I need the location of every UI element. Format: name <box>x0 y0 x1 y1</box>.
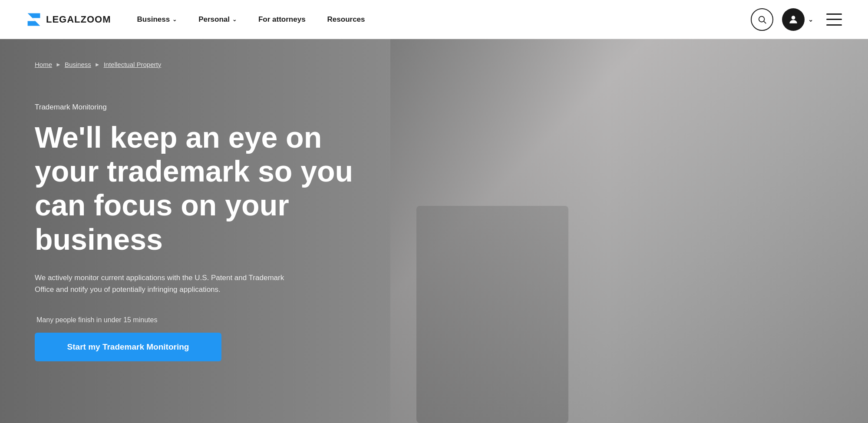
svg-line-2 <box>764 21 766 23</box>
breadcrumb-separator-1: ► <box>56 61 61 68</box>
nav-business[interactable]: Business ⌄ <box>137 15 177 24</box>
hamburger-menu-button[interactable] <box>826 13 842 26</box>
nav-attorneys[interactable]: For attorneys <box>258 15 306 24</box>
user-account-button[interactable]: ⌄ <box>782 8 813 31</box>
user-avatar <box>782 8 805 31</box>
breadcrumb-intellectual-property[interactable]: Intellectual Property <box>104 61 162 68</box>
hero-title: We'll keep an eye on your trademark so y… <box>35 120 356 256</box>
nav-personal-label: Personal <box>198 15 230 24</box>
finish-time-label: Many people finish in under 15 minutes <box>36 316 356 324</box>
nav-business-label: Business <box>137 15 170 24</box>
search-icon <box>757 15 767 24</box>
user-icon <box>788 14 799 25</box>
nav-attorneys-label: For attorneys <box>258 15 306 24</box>
nav-business-chevron-icon: ⌄ <box>172 17 177 23</box>
menu-line-2 <box>826 19 842 20</box>
breadcrumb-home[interactable]: Home <box>35 61 52 68</box>
breadcrumb-separator-2: ► <box>95 61 100 68</box>
svg-marker-0 <box>28 13 40 26</box>
start-trademark-monitoring-button[interactable]: Start my Trademark Monitoring <box>35 333 221 361</box>
nav-resources-label: Resources <box>327 15 365 24</box>
nav-personal-chevron-icon: ⌄ <box>232 17 237 23</box>
nav-personal[interactable]: Personal ⌄ <box>198 15 237 24</box>
logo-link[interactable]: LEGALZOOM <box>26 12 111 27</box>
hero-subtitle: Trademark Monitoring <box>35 103 356 112</box>
menu-line-1 <box>826 13 842 15</box>
main-nav: Business ⌄ Personal ⌄ For attorneys Reso… <box>137 15 751 24</box>
breadcrumb: Home ► Business ► Intellectual Property <box>35 61 356 68</box>
search-button[interactable] <box>751 8 773 31</box>
logo-text: LEGALZOOM <box>46 14 111 25</box>
header-actions: ⌄ <box>751 8 842 31</box>
hero-section: Home ► Business ► Intellectual Property … <box>0 39 868 423</box>
site-header: LEGALZOOM Business ⌄ Personal ⌄ For atto… <box>0 0 868 39</box>
breadcrumb-business[interactable]: Business <box>65 61 91 68</box>
nav-resources[interactable]: Resources <box>327 15 365 24</box>
menu-line-3 <box>826 24 842 26</box>
hero-content: Home ► Business ► Intellectual Property … <box>0 39 391 423</box>
legalzoom-logo-icon <box>26 12 42 27</box>
svg-point-1 <box>759 16 765 22</box>
svg-point-3 <box>792 16 795 20</box>
hero-description: We actively monitor current applications… <box>35 272 295 295</box>
user-chevron-icon: ⌄ <box>808 16 813 23</box>
